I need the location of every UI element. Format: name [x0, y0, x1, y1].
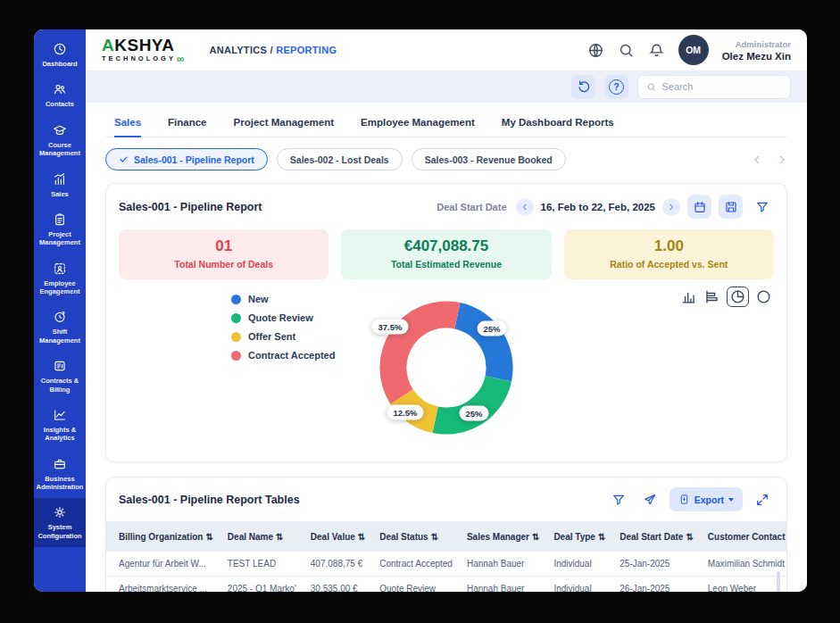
send-button[interactable]: [638, 487, 662, 511]
search-icon: [646, 81, 657, 93]
search-icon[interactable]: [618, 42, 635, 59]
sort-icon[interactable]: ⇅: [431, 532, 438, 542]
table-scrollbar[interactable]: [777, 571, 780, 592]
legend-item-contract-accepted: Contract Accepted: [231, 350, 335, 361]
col-deal-status[interactable]: Deal Status⇅: [372, 521, 460, 552]
sidebar: Dashboard Contacts Course Management Sal…: [34, 29, 86, 592]
system-configuration-icon: [53, 505, 67, 519]
sidebar-item-label: Contacts: [46, 100, 74, 108]
col-deal-start-date[interactable]: Deal Start Date⇅: [612, 521, 701, 552]
sidebar-item-sales[interactable]: Sales: [34, 165, 86, 205]
table-row[interactable]: Agentur für Arbeit W... TEST LEAD 407.08…: [106, 552, 787, 577]
expand-button[interactable]: [750, 487, 774, 511]
chevron-left-icon[interactable]: [752, 154, 762, 165]
calendar-button[interactable]: [687, 195, 711, 219]
kpi-accepted-ratio: 1.00 Ratio of Accepted vs. Sent: [564, 229, 774, 279]
sidebar-item-label: Dashboard: [42, 60, 77, 68]
sidebar-item-dashboard[interactable]: Dashboard: [34, 35, 86, 75]
sort-icon[interactable]: ⇅: [686, 532, 693, 542]
horizontal-bar-chart-icon[interactable]: [703, 288, 720, 305]
bar-chart-icon[interactable]: [680, 288, 697, 305]
sidebar-item-business-administration[interactable]: Business Administration: [34, 450, 86, 499]
legend-dot: [231, 332, 241, 342]
bell-icon[interactable]: [648, 42, 665, 59]
sidebar-item-shift-management[interactable]: Shift Management: [34, 303, 86, 352]
sort-icon[interactable]: ⇅: [598, 532, 605, 542]
sidebar-item-system-configuration[interactable]: System Configuration: [34, 498, 86, 547]
report-title: Sales-001 - Pipeline Report: [119, 201, 262, 213]
pipeline-table-card: Sales-001 - Pipeline Report Tables Expor…: [105, 477, 787, 592]
chevron-right-icon[interactable]: [777, 154, 787, 165]
table-row[interactable]: Arbeitsmarktservice ... 2025 - Q1 Marko'…: [106, 577, 787, 593]
export-button[interactable]: Export: [670, 487, 743, 511]
sidebar-item-contacts[interactable]: Contacts: [34, 75, 86, 115]
kpi-total-deals: 01 Total Number of Deals: [119, 229, 329, 279]
avatar[interactable]: OM: [678, 35, 709, 65]
sidebar-item-label: Insights & Analytics: [36, 426, 84, 443]
donut-chart-icon[interactable]: [755, 288, 772, 305]
expand-icon: [755, 493, 769, 507]
sort-icon[interactable]: ⇅: [358, 532, 365, 542]
pill-pagination: [752, 154, 787, 165]
col-deal-type[interactable]: Deal Type⇅: [546, 521, 612, 552]
table-filter-button[interactable]: [607, 487, 631, 511]
logo-wordmark: AKSHYA: [102, 37, 184, 54]
sort-icon[interactable]: ⇅: [276, 532, 283, 542]
chart-type-switcher: [680, 287, 772, 307]
legend-item-offer-sent: Offer Sent: [231, 331, 335, 342]
breadcrumb-page[interactable]: REPORTING: [276, 45, 337, 55]
sort-icon[interactable]: ⇅: [532, 532, 539, 542]
refresh-button[interactable]: [571, 75, 595, 99]
legend-dot: [231, 313, 241, 323]
main-area: AKSHYA TECHNOLOGY∞ ANALYTICS / REPORTING…: [86, 29, 807, 592]
tab-my-dashboard-reports[interactable]: My Dashboard Reports: [502, 117, 614, 137]
pipeline-table: Billing Organization⇅ Deal Name⇅ Deal Va…: [106, 521, 787, 592]
search-input[interactable]: [662, 81, 783, 92]
search-box[interactable]: [637, 75, 791, 99]
dashboard-icon: [53, 42, 67, 56]
chevron-down-icon: [728, 498, 734, 502]
shift-management-icon: [53, 310, 67, 324]
col-deal-name[interactable]: Deal Name⇅: [220, 521, 304, 552]
col-billing-organization[interactable]: Billing Organization⇅: [106, 521, 220, 552]
help-button[interactable]: ?: [604, 75, 628, 99]
kpi-label: Total Number of Deals: [126, 259, 321, 270]
breadcrumb: ANALYTICS / REPORTING: [209, 45, 337, 55]
tab-sales[interactable]: Sales: [114, 117, 141, 137]
slice-label-offer-sent: 12.5%: [387, 405, 424, 420]
pipeline-report-card: Sales-001 - Pipeline Report Deal Start D…: [105, 183, 787, 462]
date-next-button[interactable]: [662, 198, 680, 216]
tab-project-management[interactable]: Project Management: [234, 117, 334, 137]
sidebar-item-insights-analytics[interactable]: Insights & Analytics: [34, 401, 86, 450]
business-administration-icon: [53, 457, 67, 471]
col-deal-value[interactable]: Deal Value⇅: [304, 521, 372, 552]
filter-button[interactable]: [750, 195, 774, 219]
col-customer-contact[interactable]: Customer Contact⇅: [701, 521, 787, 552]
date-prev-button[interactable]: [516, 198, 534, 216]
globe-icon[interactable]: [587, 42, 604, 59]
chart-legend: New Quote Review Offer Sent Contract Acc…: [231, 294, 335, 361]
secondary-toolbar: ?: [86, 71, 807, 103]
pie-chart-icon: [729, 288, 746, 305]
top-header: AKSHYA TECHNOLOGY∞ ANALYTICS / REPORTING…: [86, 29, 807, 71]
slice-new[interactable]: [454, 303, 512, 382]
sidebar-item-employee-engagement[interactable]: Employee Engagement: [34, 254, 86, 303]
tab-employee-management[interactable]: Employee Management: [361, 117, 475, 137]
table-title: Sales-001 - Pipeline Report Tables: [119, 494, 300, 506]
kpi-value: 1.00: [571, 237, 767, 255]
sidebar-item-project-management[interactable]: Project Management: [34, 205, 86, 254]
slice-contract-accepted[interactable]: [379, 301, 460, 403]
user-info: Administrator Olez Mezu Xin: [722, 39, 791, 62]
pie-chart-selected[interactable]: [727, 287, 749, 307]
pill-sales-002[interactable]: Sales-002 - Lost Deals: [277, 148, 403, 170]
pill-sales-001[interactable]: Sales-001 - Pipeline Report: [105, 148, 268, 170]
col-sales-manager[interactable]: Sales Manager⇅: [460, 521, 546, 552]
kpi-row: 01 Total Number of Deals €407,088.75 Tot…: [119, 229, 774, 279]
save-button[interactable]: [719, 195, 743, 219]
sidebar-item-course-management[interactable]: Course Management: [34, 116, 86, 165]
sort-icon[interactable]: ⇅: [205, 532, 212, 542]
sidebar-item-contracts-billing[interactable]: Contracts & Billing: [34, 352, 86, 401]
pill-sales-003[interactable]: Sales-003 - Revenue Booked: [412, 148, 566, 170]
contacts-icon: [53, 82, 67, 96]
tab-finance[interactable]: Finance: [168, 117, 206, 137]
